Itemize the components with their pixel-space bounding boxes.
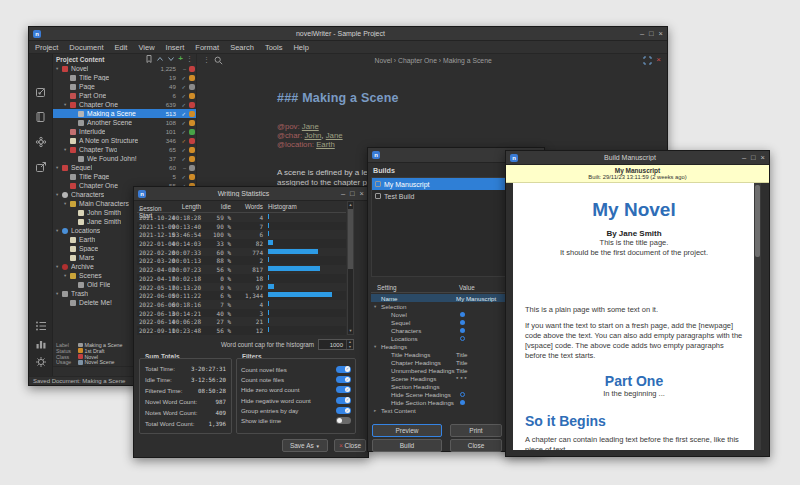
stats-table[interactable]: 2021-10-2400:18:2859 %42021-11-0900:13:4… bbox=[137, 213, 346, 335]
book-icon[interactable] bbox=[35, 111, 47, 123]
col-length[interactable]: Length bbox=[177, 203, 201, 210]
active-check-icon[interactable]: ✓ bbox=[181, 102, 186, 108]
menu-tools[interactable]: Tools bbox=[265, 43, 283, 52]
close-icon[interactable]: × bbox=[360, 190, 364, 198]
active-check-icon[interactable]: ✓ bbox=[181, 84, 186, 90]
menu-project[interactable]: Project bbox=[35, 43, 58, 52]
toggle-group-entries-by-day[interactable]: ✓ bbox=[336, 407, 351, 414]
editor-kebab-icon[interactable]: ⋮ bbox=[203, 56, 210, 64]
add-item-icon[interactable]: + bbox=[178, 55, 183, 63]
rose-icon[interactable] bbox=[35, 136, 47, 148]
focus-mode-icon[interactable] bbox=[643, 56, 652, 65]
active-check-icon[interactable]: – bbox=[183, 165, 186, 171]
active-check-icon[interactable]: ✓ bbox=[181, 138, 186, 144]
active-check-icon[interactable]: ✓ bbox=[181, 156, 186, 162]
minimize-icon[interactable]: – bbox=[341, 190, 345, 198]
stats-row[interactable]: 2022-06-0500:11:226 %1,344 bbox=[137, 291, 346, 300]
manuscript-titlebar[interactable]: n Build Manuscript – □ × bbox=[506, 151, 769, 165]
stats-scrollbar[interactable]: ▲ ▼ bbox=[347, 201, 354, 335]
close-icon[interactable]: × bbox=[761, 154, 765, 162]
export-icon[interactable] bbox=[35, 161, 47, 173]
compose-icon[interactable] bbox=[35, 86, 47, 98]
toggle-hide-zero-word-count[interactable]: ✓ bbox=[336, 386, 351, 393]
menu-search[interactable]: Search bbox=[230, 43, 254, 52]
maximize-icon[interactable]: □ bbox=[751, 154, 756, 162]
tree-item-title-page[interactable]: Title Page5✓ bbox=[53, 172, 196, 181]
stats-row[interactable]: 2022-06-0600:18:167 %4 bbox=[137, 300, 346, 309]
tree-item-novel[interactable]: ▾Novel1,225– bbox=[53, 64, 196, 73]
toggle-count-note-files[interactable]: ✓ bbox=[336, 376, 351, 383]
active-check-icon[interactable]: ✓ bbox=[181, 93, 186, 99]
menu-help[interactable]: Help bbox=[293, 43, 308, 52]
stats-row[interactable]: 2022-03-2000:01:1388 %2 bbox=[137, 256, 346, 265]
stats-table-header[interactable]: Session Start ▴ Length Idle Words Histog… bbox=[137, 201, 346, 213]
expander-open-icon[interactable]: ▾ bbox=[374, 304, 381, 309]
tree-menu-kebab-icon[interactable]: ⋮ bbox=[186, 55, 193, 63]
stats-row[interactable]: 2022-05-1700:13:200 %97 bbox=[137, 283, 346, 292]
stats-row[interactable]: 2022-09-1100:23:4856 %12 bbox=[137, 326, 346, 335]
toggle-count-novel-files[interactable]: ✓ bbox=[336, 366, 351, 373]
main-titlebar[interactable]: n novelWriter - Sample Project – □ × bbox=[29, 27, 667, 41]
setting-switch-filled[interactable] bbox=[460, 400, 465, 405]
tag-value[interactable]: Jane bbox=[326, 131, 343, 140]
stats-chart-icon[interactable] bbox=[35, 338, 47, 350]
close-icon[interactable]: × bbox=[659, 30, 663, 38]
tree-item-chapter-two[interactable]: ▾Chapter Two65✓ bbox=[53, 145, 196, 154]
menu-edit[interactable]: Edit bbox=[115, 43, 128, 52]
tree-item-another-scene[interactable]: Another Scene108✓ bbox=[53, 118, 196, 127]
tree-item-making-a-scene[interactable]: Making a Scene513✓ bbox=[53, 109, 196, 118]
tree-item-sequel[interactable]: ▾Sequel60– bbox=[53, 163, 196, 172]
tree-item-a-note-on-structure[interactable]: A Note on Structure346✓ bbox=[53, 136, 196, 145]
col-words[interactable]: Words bbox=[241, 203, 263, 210]
tree-item-page[interactable]: Page49✓ bbox=[53, 82, 196, 91]
manuscript-scrollbar[interactable] bbox=[754, 183, 761, 450]
toggle-show-idle-time[interactable] bbox=[336, 417, 351, 424]
word-cap-spinner[interactable]: 1000 ▲▼ bbox=[318, 339, 354, 350]
setting-switch-outline[interactable] bbox=[460, 392, 465, 397]
setting-switch-outline[interactable] bbox=[460, 336, 465, 341]
setting-switch-filled[interactable] bbox=[460, 312, 465, 317]
menu-view[interactable]: View bbox=[138, 43, 154, 52]
active-check-icon[interactable]: ✓ bbox=[181, 147, 186, 153]
minimize-icon[interactable]: – bbox=[742, 154, 746, 162]
active-check-icon[interactable]: ✓ bbox=[181, 111, 186, 117]
build-button[interactable]: Build bbox=[372, 439, 442, 452]
stats-row[interactable]: 2022-01-0400:14:0333 %82 bbox=[137, 239, 346, 248]
move-down-icon[interactable] bbox=[167, 55, 175, 63]
scroll-up-icon[interactable]: ▲ bbox=[348, 202, 353, 208]
spinner-arrows-icon[interactable]: ▲▼ bbox=[346, 340, 353, 349]
bookmark-icon[interactable] bbox=[145, 55, 153, 63]
stats-row[interactable]: 2022-02-2000:07:3360 %774 bbox=[137, 248, 346, 257]
tree-item-interlude[interactable]: Interlude101✓ bbox=[53, 127, 196, 136]
active-check-icon[interactable]: – bbox=[183, 66, 186, 72]
details-list-icon[interactable] bbox=[35, 320, 47, 332]
stats-row[interactable]: 2021-11-0900:13:4090 %7 bbox=[137, 222, 346, 231]
menu-document[interactable]: Document bbox=[69, 43, 103, 52]
expander-closed-icon[interactable]: ▸ bbox=[374, 408, 381, 413]
active-check-icon[interactable]: ✓ bbox=[181, 75, 186, 81]
setting-switch-filled[interactable] bbox=[460, 328, 465, 333]
close-document-icon[interactable]: × bbox=[656, 56, 661, 64]
preview-button[interactable]: Preview bbox=[372, 424, 442, 437]
stats-row[interactable]: 2022-06-1300:14:2140 %3 bbox=[137, 309, 346, 318]
menu-insert[interactable]: Insert bbox=[166, 43, 185, 52]
menu-format[interactable]: Format bbox=[195, 43, 219, 52]
scroll-down-icon[interactable]: ▼ bbox=[348, 328, 353, 334]
toggle-hide-negative-word-count[interactable]: ✓ bbox=[336, 397, 351, 404]
stats-row[interactable]: 2022-06-1400:06:2827 %21 bbox=[137, 317, 346, 326]
active-check-icon[interactable]: ✓ bbox=[181, 129, 186, 135]
stats-row[interactable]: 2021-12-1503:46:54100 %6 bbox=[137, 230, 346, 239]
close-button[interactable]: × Close bbox=[334, 439, 366, 452]
tag-value[interactable]: Jane bbox=[302, 122, 319, 131]
expander-open-icon[interactable]: ▾ bbox=[374, 344, 381, 349]
close-button[interactable]: Close bbox=[450, 439, 502, 452]
maximize-icon[interactable]: □ bbox=[649, 30, 654, 38]
active-check-icon[interactable]: ✓ bbox=[181, 174, 186, 180]
tree-item-we-found-john[interactable]: We Found John!37✓ bbox=[53, 154, 196, 163]
print-button[interactable]: Print bbox=[450, 424, 502, 437]
minimize-icon[interactable]: – bbox=[640, 30, 644, 38]
manuscript-preview-page[interactable]: My NovelBy Jane SmithThis is the title p… bbox=[513, 183, 755, 450]
save-as-button[interactable]: Save As ▼ bbox=[282, 439, 328, 452]
maximize-icon[interactable]: □ bbox=[350, 190, 355, 198]
col-histogram[interactable]: Histogram bbox=[268, 203, 297, 210]
